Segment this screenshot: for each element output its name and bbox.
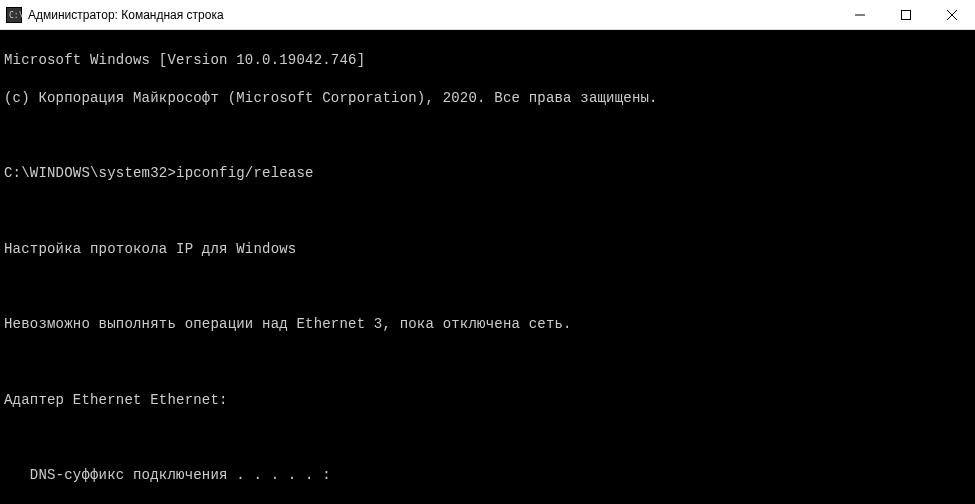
- window-controls: [837, 0, 975, 29]
- blank-line: [4, 278, 971, 297]
- terminal-output[interactable]: Microsoft Windows [Version 10.0.19042.74…: [0, 30, 975, 504]
- cmd-icon: C:\: [6, 7, 22, 23]
- adapter-1-dns: DNS-суффикс подключения . . . . . :: [4, 466, 971, 485]
- close-button[interactable]: [929, 0, 975, 29]
- command-text: ipconfig/release: [176, 165, 314, 181]
- adapter-1-title: Адаптер Ethernet Ethernet:: [4, 391, 971, 410]
- svg-text:C:\: C:\: [9, 11, 22, 20]
- titlebar-left: C:\ Администратор: Командная строка: [0, 7, 224, 23]
- minimize-icon: [855, 10, 865, 20]
- prompt-text: C:\WINDOWS\system32>: [4, 165, 176, 181]
- maximize-icon: [901, 10, 911, 20]
- ipconfig-heading: Настройка протокола IP для Windows: [4, 240, 971, 259]
- window-title: Администратор: Командная строка: [28, 8, 224, 22]
- copyright-line: (c) Корпорация Майкрософт (Microsoft Cor…: [4, 89, 971, 108]
- prompt-line-1: C:\WINDOWS\system32>ipconfig/release: [4, 164, 971, 183]
- maximize-button[interactable]: [883, 0, 929, 29]
- blank-line: [4, 429, 971, 448]
- minimize-button[interactable]: [837, 0, 883, 29]
- close-icon: [947, 10, 957, 20]
- error-line: Невозможно выполнять операции над Ethern…: [4, 315, 971, 334]
- version-line: Microsoft Windows [Version 10.0.19042.74…: [4, 51, 971, 70]
- blank-line: [4, 126, 971, 145]
- svg-rect-4: [902, 10, 911, 19]
- blank-line: [4, 202, 971, 221]
- window-titlebar: C:\ Администратор: Командная строка: [0, 0, 975, 30]
- blank-line: [4, 353, 971, 372]
